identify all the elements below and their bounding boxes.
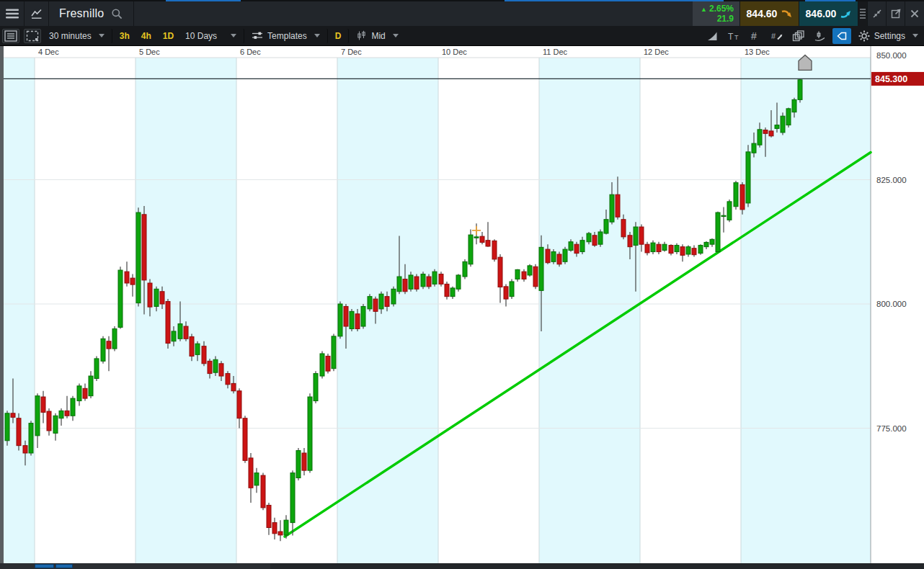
collapse-icon: [871, 8, 883, 19]
grid-edit-tool-button[interactable]: #: [768, 28, 786, 44]
candle-down: [628, 236, 632, 247]
candle-down: [639, 227, 644, 244]
scrollbar-segment[interactable]: [55, 564, 73, 568]
svg-text:T: T: [728, 31, 734, 41]
candle-down: [522, 272, 526, 279]
candle-down: [184, 326, 188, 339]
candle-down: [645, 244, 649, 253]
scrollbar-segment[interactable]: [35, 564, 54, 568]
chart-scrollbar[interactable]: [0, 563, 924, 569]
gear-icon: [858, 30, 870, 42]
chevron-down-icon: [314, 34, 320, 37]
candle-up: [781, 116, 785, 133]
line-chart-icon: [30, 7, 43, 20]
order-book-button[interactable]: [2, 29, 19, 43]
candle-down: [344, 306, 348, 326]
hash-pencil-icon: #: [770, 30, 783, 42]
templates-dropdown[interactable]: Templates: [247, 29, 328, 43]
candle-down: [160, 292, 164, 304]
candle-up: [758, 130, 762, 145]
range-dropdown[interactable]: 10 Days: [181, 29, 244, 43]
candle-down: [657, 244, 661, 251]
candle-up: [254, 473, 259, 485]
grid-tool-button[interactable]: #: [746, 28, 765, 44]
quick-interval-3h[interactable]: 3h: [115, 29, 134, 43]
candle-down: [267, 505, 271, 527]
candle-up: [178, 324, 182, 339]
layers-icon: [792, 30, 805, 42]
candle-down: [231, 383, 236, 390]
settings-dropdown[interactable]: Settings: [853, 30, 924, 42]
candle-down: [208, 361, 212, 373]
candle-down: [272, 523, 277, 534]
chart-layers-button[interactable]: [789, 28, 808, 44]
candle-down: [83, 388, 87, 398]
collapse-button[interactable]: [868, 1, 887, 26]
top-edge-artifact: [166, 0, 241, 1]
price-type-label: Mid: [371, 31, 385, 41]
close-button[interactable]: [905, 1, 924, 26]
trend-drawing-tool-button[interactable]: [703, 28, 721, 44]
popout-button[interactable]: [887, 1, 905, 26]
candle-up: [101, 339, 105, 361]
candle-up: [89, 376, 93, 396]
candle-up: [53, 416, 58, 433]
candle-up: [710, 239, 714, 244]
chart-type-button[interactable]: [25, 1, 49, 26]
change-points: 21.9: [717, 14, 734, 24]
quick-interval-1d[interactable]: 1D: [159, 29, 178, 43]
candle-up: [468, 235, 473, 264]
candle-down: [385, 297, 389, 307]
candle-up: [704, 242, 708, 246]
up-triangle-icon: ▲: [701, 6, 707, 13]
sell-button[interactable]: 844.60: [740, 1, 799, 26]
drag-handle[interactable]: [858, 1, 868, 26]
chevron-down-icon: [912, 34, 918, 37]
candle-up: [314, 374, 318, 401]
candle-up: [580, 241, 585, 252]
buy-button[interactable]: 846.00: [799, 1, 858, 26]
candle-down: [680, 247, 685, 256]
candle-down: [302, 453, 306, 470]
search-icon[interactable]: [111, 8, 123, 20]
trading-chart-window: { "titlebar": { "instrument": "Fresnillo…: [0, 0, 924, 569]
candle-up: [350, 311, 354, 328]
candle-down: [445, 284, 449, 296]
main-menu-button[interactable]: [0, 1, 25, 26]
price-type-dropdown[interactable]: Mid: [352, 29, 402, 43]
candle-up: [786, 109, 791, 125]
chart-area[interactable]: 4 Dec5 Dec6 Dec7 Dec10 Dec11 Dec12 Dec13…: [0, 46, 924, 569]
candle-up: [136, 212, 141, 303]
candle-up: [474, 237, 479, 238]
interval-dropdown[interactable]: 30 minutes: [45, 29, 112, 43]
candle-down: [243, 418, 247, 461]
candle-down: [237, 391, 241, 418]
pattern-tool-button[interactable]: [811, 28, 830, 44]
titlebar: Fresnillo ▲2.65% 21.9 844.60 846.00: [0, 1, 924, 26]
day-band: [337, 58, 438, 563]
day-session-button[interactable]: D: [331, 29, 350, 43]
buy-price: 846.00: [806, 8, 837, 19]
sell-arrow-down-icon: [781, 9, 792, 19]
price-tag-tool-button[interactable]: [832, 28, 851, 44]
text-annotation-tool-button[interactable]: T T: [724, 28, 743, 44]
candle-down: [769, 131, 773, 136]
quick-interval-4h[interactable]: 4h: [137, 29, 156, 43]
candle-down: [47, 411, 51, 431]
dashed-selection-icon: [26, 30, 39, 42]
region-select-button[interactable]: [24, 29, 41, 43]
price-tag-icon: [835, 30, 848, 42]
candle-down: [125, 272, 129, 283]
candle-up: [77, 386, 81, 401]
candle-up: [421, 274, 425, 287]
candle-down: [190, 337, 194, 357]
candle-down: [219, 364, 223, 376]
candle-down: [427, 277, 431, 287]
candle-up: [551, 252, 556, 262]
candle-up: [510, 282, 514, 297]
candle-up: [798, 80, 802, 100]
day-band: [0, 58, 35, 563]
candle-up: [610, 194, 614, 222]
candle-down: [669, 246, 673, 254]
candle-up: [308, 397, 312, 470]
